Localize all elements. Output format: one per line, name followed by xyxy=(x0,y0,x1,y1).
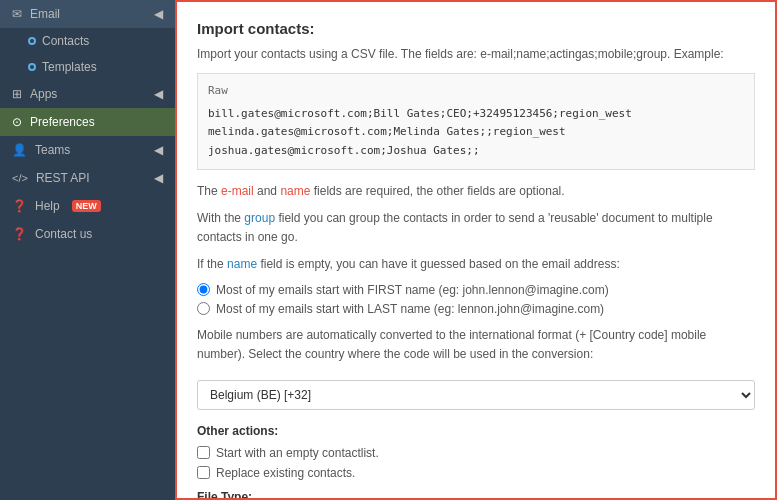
teams-icon: 👤 xyxy=(12,143,27,157)
sidebar-item-help[interactable]: ❓ Help NEW xyxy=(0,192,175,220)
other-actions-title: Other actions: xyxy=(197,424,755,438)
info1-pre: The xyxy=(197,184,221,198)
info-name-field: If the name field is empty, you can have… xyxy=(197,255,755,274)
name-guess-radio-group: Most of my emails start with FIRST name … xyxy=(197,283,755,316)
info1-mid: and xyxy=(254,184,281,198)
apps-icon: ⊞ xyxy=(12,87,22,101)
new-badge: NEW xyxy=(72,200,101,212)
sidebar-item-apps-label: Apps xyxy=(30,87,57,101)
info3-pre: If the xyxy=(197,257,227,271)
checkbox-empty-label: Start with an empty contactlist. xyxy=(216,446,379,460)
sidebar-item-preferences-label: Preferences xyxy=(30,115,95,129)
sidebar: ✉ Email ◀ Contacts Templates ⊞ Apps ◀ ⊙ … xyxy=(0,0,175,500)
dot-icon xyxy=(28,63,36,71)
chevron-icon: ◀ xyxy=(154,171,163,185)
sidebar-item-teams[interactable]: 👤 Teams ◀ xyxy=(0,136,175,164)
info1-post: fields are required, the other fields ar… xyxy=(310,184,564,198)
radio-last-name-label: Most of my emails start with LAST name (… xyxy=(216,302,604,316)
sidebar-item-rest-api-label: REST API xyxy=(36,171,90,185)
sidebar-item-preferences[interactable]: ⊙ Preferences xyxy=(0,108,175,136)
info3-post: field is empty, you can have it guessed … xyxy=(257,257,620,271)
rest-api-icon: </> xyxy=(12,172,28,184)
sidebar-item-contact-us[interactable]: ❓ Contact us xyxy=(0,220,175,248)
help-icon: ❓ xyxy=(12,199,27,213)
email-icon: ✉ xyxy=(12,7,22,21)
checkbox-replace-input[interactable] xyxy=(197,466,210,479)
code-line-3: joshua.gates@microsoft.com;Joshua Gates;… xyxy=(208,142,744,161)
sidebar-item-teams-label: Teams xyxy=(35,143,70,157)
contact-us-icon: ❓ xyxy=(12,227,27,241)
radio-last-name[interactable]: Most of my emails start with LAST name (… xyxy=(197,302,755,316)
sidebar-item-contact-us-label: Contact us xyxy=(35,227,92,241)
sidebar-item-templates-label: Templates xyxy=(42,60,97,74)
info3-em: name xyxy=(227,257,257,271)
info-group-field: With the group field you can group the c… xyxy=(197,209,755,247)
checkbox-replace-contacts[interactable]: Replace existing contacts. xyxy=(197,466,755,480)
info1-em1: e-mail xyxy=(221,184,254,198)
info2-em: group xyxy=(244,211,275,225)
page-title: Import contacts: xyxy=(197,20,755,37)
info-required-fields: The e-mail and name fields are required,… xyxy=(197,182,755,201)
preferences-icon: ⊙ xyxy=(12,115,22,129)
info1-em2: name xyxy=(280,184,310,198)
radio-first-name-label: Most of my emails start with FIRST name … xyxy=(216,283,609,297)
raw-label: Raw xyxy=(208,82,744,101)
radio-first-name[interactable]: Most of my emails start with FIRST name … xyxy=(197,283,755,297)
dot-icon xyxy=(28,37,36,45)
sidebar-item-templates[interactable]: Templates xyxy=(0,54,175,80)
radio-last-name-input[interactable] xyxy=(197,302,210,315)
main-content: Import contacts: Import your contacts us… xyxy=(175,0,777,500)
sidebar-item-rest-api[interactable]: </> REST API ◀ xyxy=(0,164,175,192)
checkbox-empty-contactlist[interactable]: Start with an empty contactlist. xyxy=(197,446,755,460)
country-select[interactable]: Belgium (BE) [+32] France (FR) [+33] Ger… xyxy=(197,380,755,410)
chevron-icon: ◀ xyxy=(154,7,163,21)
file-type-title: File Type: xyxy=(197,490,755,500)
sidebar-item-help-label: Help xyxy=(35,199,60,213)
sidebar-item-email-label: Email xyxy=(30,7,60,21)
sidebar-item-contacts[interactable]: Contacts xyxy=(0,28,175,54)
description: Import your contacts using a CSV file. T… xyxy=(197,45,755,63)
code-line-1: bill.gates@microsoft.com;Bill Gates;CEO;… xyxy=(208,105,744,124)
sidebar-item-email[interactable]: ✉ Email ◀ xyxy=(0,0,175,28)
mobile-info: Mobile numbers are automatically convert… xyxy=(197,326,755,364)
code-line-2: melinda.gates@microsoft.com;Melinda Gate… xyxy=(208,123,744,142)
checkbox-empty-input[interactable] xyxy=(197,446,210,459)
code-box: Raw bill.gates@microsoft.com;Bill Gates;… xyxy=(197,73,755,170)
info2-pre: With the xyxy=(197,211,244,225)
chevron-icon: ◀ xyxy=(154,143,163,157)
radio-first-name-input[interactable] xyxy=(197,283,210,296)
checkbox-replace-label: Replace existing contacts. xyxy=(216,466,355,480)
sidebar-item-apps[interactable]: ⊞ Apps ◀ xyxy=(0,80,175,108)
chevron-icon: ◀ xyxy=(154,87,163,101)
sidebar-item-contacts-label: Contacts xyxy=(42,34,89,48)
info2-post: field you can group the contacts in orde… xyxy=(197,211,713,244)
